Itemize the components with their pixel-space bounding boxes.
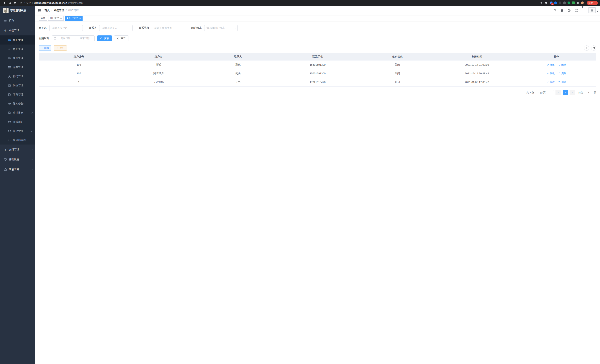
- sidebar-item-role[interactable]: 角色管理: [0, 54, 35, 63]
- sidebar-item-sms[interactable]: 短信管理: [0, 126, 35, 135]
- gear-icon: ⚙: [4, 29, 7, 32]
- devtools-icon: [4, 168, 7, 171]
- phone-input[interactable]: [152, 25, 185, 31]
- cell-phone: 17321315478: [278, 78, 300, 86]
- address-bar[interactable]: 不安全 | dashboard.yudao.iocoder.cn/system/…: [20, 1, 300, 5]
- contact-input[interactable]: [99, 25, 133, 31]
- sidebar-item-label: 角色管理: [13, 56, 23, 60]
- sidebar-item-menu[interactable]: 菜单管理: [0, 63, 35, 72]
- sidebar-item-label: 短信管理: [13, 129, 23, 133]
- home-icon[interactable]: [13, 1, 18, 5]
- app-title: 芋道管理系统: [10, 9, 26, 12]
- sidebar-item-notice[interactable]: 通知公告: [0, 99, 35, 108]
- filter-label: 租户名: [39, 26, 47, 30]
- back-icon[interactable]: [2, 1, 7, 5]
- sidebar-item-label: 部门管理: [13, 75, 23, 78]
- online-user-icon: [8, 121, 11, 123]
- column-header: 租户名: [119, 53, 198, 60]
- cell-phone: 15601691300: [278, 69, 300, 78]
- sidebar-item-dict[interactable]: 字典管理: [0, 90, 35, 99]
- security-label: 不安全: [24, 1, 31, 5]
- cell-tenant-id: 107: [39, 69, 119, 78]
- add-button[interactable]: + 新增: [39, 46, 51, 51]
- sidebar-item-label: 通知公告: [13, 102, 23, 105]
- cell-tenant-name: 芋道源码: [119, 78, 198, 86]
- sidebar-item-error-code[interactable]: 错误码管理: [0, 135, 35, 145]
- cell-contact: 测试: [198, 60, 278, 69]
- audit-log-icon: [8, 111, 11, 114]
- dashboard-icon: [4, 19, 7, 22]
- search-button-label: 搜索: [104, 37, 109, 40]
- error-code-icon: [8, 139, 11, 141]
- sidebar-item-devtools[interactable]: 研发工具: [0, 165, 35, 175]
- cell-tenant-name: 测试租户: [119, 69, 198, 78]
- warning-icon: [20, 1, 22, 4]
- dictionary-icon: [8, 93, 11, 96]
- reset-button[interactable]: 重置: [114, 36, 129, 41]
- date-range-picker[interactable]: 开始日期 - 结束日期: [52, 36, 95, 41]
- sidebar-item-label: 菜单管理: [13, 66, 23, 69]
- sidebar-item-infrastructure[interactable]: 基础设施: [0, 155, 35, 165]
- table-row: 107 测试租户 秃头 15601691300 关闭 2021-12-14 20…: [39, 69, 300, 78]
- sidebar-item-payment[interactable]: ¥ 支付管理: [0, 145, 35, 155]
- table-toolbar: + 新增 导出: [39, 46, 300, 51]
- sidebar-item-audit-log[interactable]: 审计日志: [0, 108, 35, 117]
- menu-list-icon: [8, 66, 11, 69]
- close-icon[interactable]: ×: [60, 17, 62, 19]
- sidebar-item-label: 基础设施: [9, 158, 19, 161]
- date-end-placeholder: 结束日期: [77, 37, 93, 40]
- org-tree-icon: [8, 75, 11, 78]
- sidebar-item-label: 错误码管理: [13, 138, 26, 142]
- sidebar-item-system[interactable]: ⚙ 系统管理: [0, 25, 35, 36]
- sidebar-item-tenant[interactable]: 租户管理: [0, 36, 35, 45]
- url-host: dashboard.yudao.iocoder.cn: [34, 1, 67, 4]
- sidebar-item-post[interactable]: 岗位管理: [0, 81, 35, 90]
- sidebar-menu: 首页 ⚙ 系统管理 租户管理 用户管理 角色管理: [0, 15, 35, 175]
- sidebar-item-label: 系统管理: [9, 29, 19, 32]
- tab-dept[interactable]: 部门管理 ×: [48, 16, 64, 21]
- sidebar-collapse-icon[interactable]: [35, 6, 44, 15]
- cell-tenant-id: 1: [39, 78, 119, 86]
- export-button[interactable]: 导出: [54, 46, 67, 51]
- main-area: 首页 / 系统管理 / 租户管理 TT: [35, 6, 300, 182]
- sidebar-item-label: 审计日志: [13, 111, 23, 114]
- status-select[interactable]: 请选择租户状态: [204, 25, 238, 31]
- breadcrumb-home[interactable]: 首页: [45, 9, 50, 12]
- infrastructure-icon: [4, 158, 7, 161]
- tab-tenant[interactable]: 租户管理 ×: [65, 16, 83, 21]
- reset-button-label: 重置: [121, 37, 126, 40]
- cell-tenant-name: 测试: [119, 60, 198, 69]
- payment-icon: ¥: [4, 148, 7, 151]
- table-row: 1 芋道源码 芋艿 17321315478 开启 2021-01-05 17:0…: [39, 78, 300, 86]
- tab-label: 租户管理: [69, 17, 78, 20]
- sidebar-item-label: 支付管理: [9, 148, 19, 151]
- close-icon[interactable]: ×: [79, 17, 81, 19]
- sidebar-item-home[interactable]: 首页: [0, 15, 35, 25]
- filter-phone: 联系手机: [139, 25, 185, 31]
- sidebar-item-label: 研发工具: [9, 168, 19, 171]
- search-button[interactable]: 搜索: [97, 36, 112, 41]
- select-placeholder: 请选择租户状态: [206, 26, 225, 30]
- cell-contact: 秃头: [198, 69, 278, 78]
- search-icon: [100, 37, 103, 40]
- sidebar-item-online-user[interactable]: 在线用户: [0, 117, 35, 126]
- breadcrumb-system[interactable]: 系统管理: [54, 9, 64, 12]
- table-row: 108 测试 测试 15601691300 关闭 2021-12-14 21:0…: [39, 60, 300, 69]
- sidebar-item-user[interactable]: 用户管理: [0, 45, 35, 54]
- cell-contact: 芋艿: [198, 78, 278, 86]
- sidebar-item-label: 租户管理: [13, 38, 23, 42]
- tenant-name-input[interactable]: [49, 25, 83, 31]
- tenant-users-icon: [8, 38, 11, 42]
- chevron-down-icon: [234, 27, 236, 29]
- breadcrumb-separator: /: [51, 9, 52, 12]
- announcement-icon: [8, 102, 11, 105]
- tab-home[interactable]: 首页: [39, 16, 47, 21]
- refresh-icon[interactable]: [7, 1, 12, 5]
- chevron-down-icon: [31, 159, 33, 160]
- filter-create-time: 创建时间 开始日期 - 结束日期: [39, 36, 95, 41]
- column-header: 租户编号: [39, 53, 119, 60]
- sidebar-item-label: 用户管理: [13, 47, 23, 51]
- sidebar-item-dept[interactable]: 部门管理: [0, 72, 35, 81]
- app-logo[interactable]: 芋道管理系统: [0, 6, 35, 15]
- breadcrumb-separator: /: [66, 9, 67, 12]
